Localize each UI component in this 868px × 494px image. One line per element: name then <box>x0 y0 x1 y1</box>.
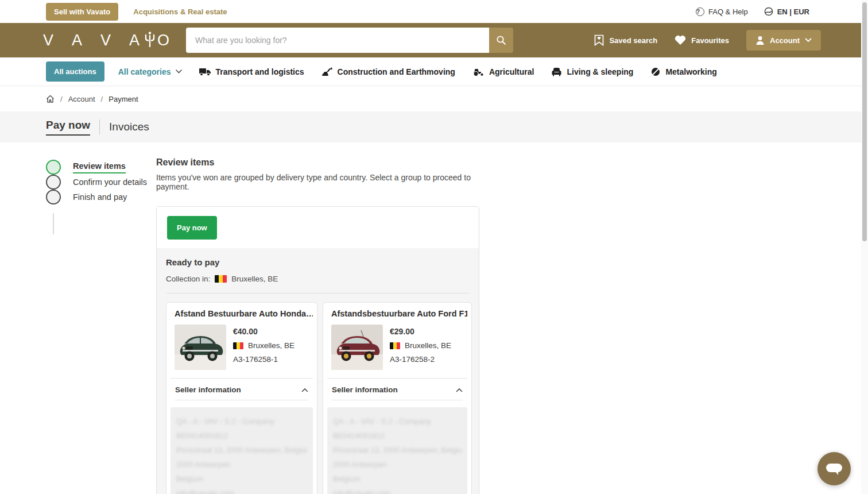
step-finish-pay: Finish and pay <box>46 190 147 204</box>
seller-information-label: Seller information <box>332 385 398 394</box>
tab-pay-now[interactable]: Pay now <box>46 119 90 136</box>
step-label: Review items <box>73 161 126 173</box>
search-icon <box>496 35 506 45</box>
nav-item-label: Metalworking <box>665 67 716 76</box>
header-actions: Saved search Favourites Account <box>594 30 860 51</box>
step-circle <box>46 175 61 190</box>
collection-location-row: Collection in: Bruxelles, BE <box>166 275 470 283</box>
nav-item-agricultural[interactable]: Agricultural <box>472 67 534 76</box>
nav-item-metalworking[interactable]: Metalworking <box>650 67 716 77</box>
globe-icon <box>764 7 773 16</box>
favourites-label: Favourites <box>691 36 729 45</box>
step-circle <box>46 160 61 175</box>
acquisitions-link[interactable]: Acquisitions & Real estate <box>133 7 227 16</box>
breadcrumb-account[interactable]: Account <box>68 95 95 103</box>
locale-selector[interactable]: EN | EUR <box>764 7 809 16</box>
excavator-icon <box>321 67 333 76</box>
item-lot-number: A3-176258-2 <box>390 355 451 364</box>
chevron-down-icon <box>805 38 812 43</box>
seller-information-toggle[interactable]: Seller information <box>170 378 313 400</box>
payment-content: Review items Confirm your details Finish… <box>0 142 868 494</box>
item-location: Bruxelles, BE <box>405 341 451 350</box>
sell-with-vavato-button[interactable]: Sell with Vavato <box>46 3 118 21</box>
page-scrollbar[interactable] <box>861 0 868 494</box>
logo-trident-icon <box>147 31 157 49</box>
tab-divider <box>99 119 100 134</box>
won-item-card[interactable]: Afstandsbestuurbare Auto Ford F15… <box>323 302 472 494</box>
divider <box>166 293 469 294</box>
collection-location: Bruxelles, BE <box>231 275 278 283</box>
search-input[interactable] <box>186 28 489 53</box>
seller-address: Prinsstraat 13, 2000 Antwerpen, Belgium <box>333 443 462 457</box>
payment-group-card: Pay now Ready to pay Collection in: Brux… <box>156 206 479 494</box>
breadcrumb: / Account / Payment <box>0 86 868 111</box>
nav-item-label: Construction and Earthmoving <box>338 67 455 76</box>
search-bar <box>186 28 513 53</box>
saved-search-link[interactable]: Saved search <box>594 34 657 46</box>
belgium-flag-icon <box>390 342 400 349</box>
faq-help-link[interactable]: ? FAQ & Help <box>696 7 748 16</box>
seller-city: 2000 Antwerpen <box>176 457 307 472</box>
step-label: Finish and pay <box>73 192 127 202</box>
tab-invoices[interactable]: Invoices <box>109 121 149 133</box>
all-categories-dropdown[interactable]: All categories <box>118 67 182 76</box>
seller-details-redacted: QA - A - VAV - S.2 - Company BE041409181… <box>327 407 467 494</box>
all-auctions-button[interactable]: All auctions <box>46 61 104 82</box>
tractor-icon <box>472 67 485 76</box>
topbar-utilities: ? FAQ & Help EN | EUR <box>696 7 809 16</box>
heart-icon <box>675 35 686 45</box>
question-circle-icon: ? <box>696 7 704 16</box>
item-price: €40.00 <box>233 327 294 336</box>
pay-now-button[interactable]: Pay now <box>167 216 217 240</box>
ready-to-pay-section: Ready to pay Collection in: Bruxelles, B… <box>157 248 479 494</box>
step-review-items[interactable]: Review items <box>46 160 147 175</box>
nav-item-construction[interactable]: Construction and Earthmoving <box>321 67 455 76</box>
checkout-stepper: Review items Confirm your details Finish… <box>46 160 147 204</box>
seller-city: 2000 Antwerpen <box>333 457 462 472</box>
logo-text-right: O <box>157 32 177 49</box>
armchair-icon <box>551 67 562 76</box>
seller-company: QA - A - VAV - S.2 - Company <box>333 414 462 429</box>
category-nav: All auctions All categories Transport an… <box>0 57 868 86</box>
item-title: Afstand Bestuurbare Auto Honda… <box>170 309 313 318</box>
page-title: Review items <box>156 157 479 168</box>
seller-information-toggle[interactable]: Seller information <box>327 378 467 400</box>
scrollbar-thumb[interactable] <box>862 2 867 241</box>
seller-country: Belgium <box>176 472 307 486</box>
seller-company: QA - A - VAV - S.2 - Company <box>176 414 307 429</box>
truck-icon <box>199 67 211 76</box>
vavato-logo[interactable]: V A V A O <box>43 31 177 49</box>
account-label: Account <box>770 36 800 45</box>
nav-item-label: Agricultural <box>489 67 534 76</box>
item-location-row: Bruxelles, BE <box>233 341 294 350</box>
search-button[interactable] <box>489 28 513 53</box>
item-image <box>175 325 226 370</box>
all-categories-label: All categories <box>118 67 171 76</box>
step-circle <box>46 190 61 204</box>
nav-item-transport[interactable]: Transport and logistics <box>199 67 304 76</box>
item-price: €29.00 <box>390 327 451 336</box>
faq-help-label: FAQ & Help <box>708 7 748 16</box>
chat-widget-button[interactable] <box>817 452 851 485</box>
saved-search-label: Saved search <box>609 36 657 45</box>
nav-item-living[interactable]: Living & sleeping <box>551 67 633 76</box>
page-description: Items you've won are grouped by delivery… <box>156 173 479 191</box>
chevron-up-icon <box>456 388 463 392</box>
breadcrumb-separator: / <box>60 95 63 103</box>
seller-information-label: Seller information <box>175 385 241 394</box>
item-location: Bruxelles, BE <box>248 341 294 350</box>
group-title: Ready to pay <box>166 257 470 267</box>
seller-vat: BE0414091812 <box>333 429 462 443</box>
seller-email: info@vavato.com <box>176 486 307 494</box>
nav-item-label: Living & sleeping <box>567 67 633 76</box>
person-icon <box>755 36 765 45</box>
account-button[interactable]: Account <box>746 30 821 51</box>
chat-bubble-icon <box>826 461 843 476</box>
collection-label: Collection in: <box>166 275 210 283</box>
favourites-link[interactable]: Favourites <box>675 35 729 45</box>
chevron-up-icon <box>301 388 308 392</box>
home-icon[interactable] <box>46 95 55 103</box>
won-item-card[interactable]: Afstand Bestuurbare Auto Honda… <box>166 302 317 494</box>
step-connector <box>53 213 54 234</box>
step-label: Confirm your details <box>73 177 147 187</box>
